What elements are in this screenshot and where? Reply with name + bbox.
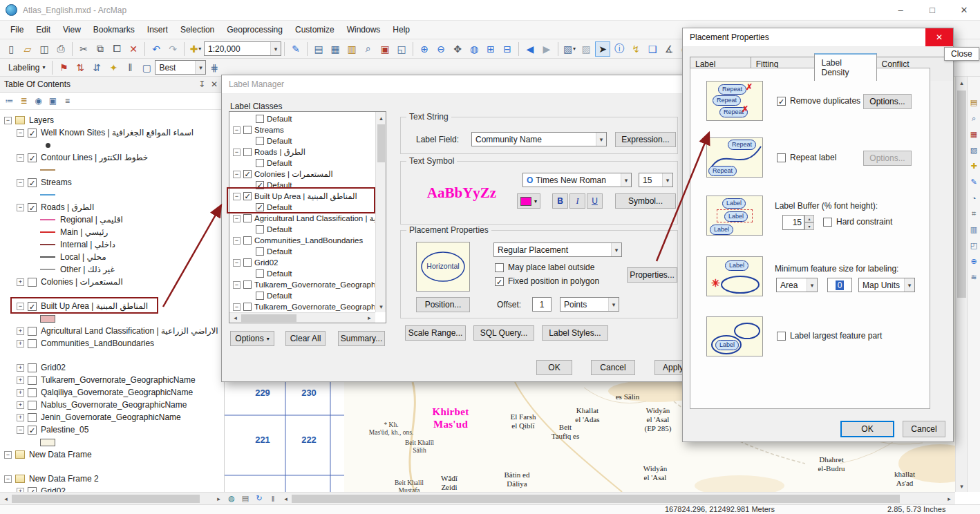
label-class-item[interactable]: Default [230,158,375,169]
layer-visibility-checkbox[interactable] [28,413,37,422]
label-class-item[interactable]: Default [230,135,375,146]
back-extent-icon[interactable]: ◀ [522,41,538,57]
collapse-icon[interactable]: − [17,204,24,211]
label-class-item[interactable]: −Agricultural Land Classification | الار… [230,213,375,224]
label-class-item[interactable]: Default [230,268,375,279]
largest-part-option[interactable]: Label largest feature part [777,331,882,341]
label-class-item[interactable]: −Communities_LandBoundaries [230,235,375,246]
menu-edit[interactable]: Edit [30,21,57,39]
collapse-icon[interactable]: − [17,129,24,137]
label-class-checkbox[interactable]: ✓ [243,170,252,178]
lock-labels-icon[interactable]: ✦ [106,60,121,75]
expand-icon[interactable]: + [17,414,24,421]
tab-label-density[interactable]: Label Density [814,53,876,81]
scale-range-button[interactable]: Scale Range... [405,325,466,341]
fixed-zoom-in-icon[interactable]: ⊞ [483,41,498,57]
list-by-visibility-icon[interactable]: ◉ [32,95,45,108]
repeat-label-option[interactable]: Repeat label [777,153,836,162]
layer-visibility-checkbox[interactable]: ✓ [28,426,37,435]
delete-icon[interactable]: ✕ [126,41,141,57]
properties-button[interactable]: Properties... [627,267,677,283]
layer-visibility-checkbox[interactable]: ✓ [28,153,37,162]
scroll-thumb[interactable] [957,91,966,298]
label-class-checkbox[interactable] [256,292,264,300]
toc-dataframe-item[interactable]: −New Data Frame 2 [0,473,224,485]
label-class-checkbox[interactable] [243,126,252,134]
pin-icon[interactable]: ↧ [196,79,207,89]
repeat-options-button[interactable]: Options... [863,151,912,166]
forward-extent-icon[interactable]: ▶ [539,41,554,57]
key-numbering-icon[interactable]: ⋕ [207,60,222,75]
ok-button[interactable]: OK [536,360,572,375]
hard-constraint-option[interactable]: Hard constraint [823,217,892,227]
fixed-position-checkbox[interactable]: ✓ [495,277,504,286]
label-class-item[interactable]: ✓Default [230,180,375,191]
menu-insert[interactable]: Insert [141,21,174,39]
cut-icon[interactable]: ✂ [76,41,91,57]
label-class-checkbox[interactable]: ✓ [256,203,264,211]
chevron-down-icon[interactable]: ▾ [195,61,205,74]
tree-vertical-scrollbar[interactable]: ▴ ▾ [375,112,386,312]
create-features-icon[interactable]: ✚ [968,160,980,172]
editor-icon[interactable]: ✎ [968,176,980,188]
label-class-checkbox[interactable] [243,214,252,222]
cancel-button[interactable]: Cancel [591,360,635,375]
collapse-icon[interactable]: − [233,149,241,156]
scroll-thumb[interactable] [377,124,385,162]
collapse-icon[interactable]: − [233,193,241,200]
toc-layer-item[interactable]: +Agricultural Land Classification | الار… [0,325,224,337]
summary-button[interactable]: Summary... [338,331,385,346]
toc-layer-item[interactable]: Other | غير ذلك [0,263,224,276]
snapping-icon[interactable]: ⌗ [968,208,980,220]
menu-windows[interactable]: Windows [341,21,387,39]
label-weight-ranking-icon[interactable]: ⇵ [89,60,104,75]
redo-icon[interactable]: ↷ [165,41,180,57]
label-class-item[interactable]: Default [230,246,375,257]
toc-layer-item[interactable]: −✓Streams [0,176,224,189]
label-class-checkbox[interactable] [256,115,264,123]
min-size-type-combo[interactable]: Area ▾ [776,278,818,292]
save-icon[interactable]: ◫ [37,41,52,57]
label-class-checkbox[interactable] [243,280,252,289]
layer-visibility-checkbox[interactable] [28,278,37,287]
placement-type-combo[interactable]: Regular Placement ▾ [493,242,622,257]
layer-visibility-checkbox[interactable] [28,363,37,372]
zoom-out-icon[interactable]: ⊖ [433,41,449,57]
catalog-window-icon[interactable]: ▥ [344,41,359,57]
add-data-icon[interactable]: ✚▾ [188,41,203,57]
scroll-down-icon[interactable]: ▾ [956,480,968,492]
toolbox-window-icon[interactable]: ▦ [968,128,980,140]
font-size-combo[interactable]: 15 ▾ [639,173,673,187]
menu-selection[interactable]: Selection [174,21,220,39]
toc-layer-item[interactable]: +Tulkarem_Governorate_GeographicName [0,374,224,386]
toc-layer-item[interactable]: +Grid02 [0,361,224,374]
toc-layer-item[interactable]: +Communities_LandBoundaries [0,337,224,350]
label-class-checkbox[interactable] [256,225,264,234]
fixed-position-option[interactable]: ✓ Fixed position in polygon [495,276,599,286]
collapse-icon[interactable]: − [17,303,24,310]
min-size-units-combo[interactable]: Map Units ▾ [858,278,915,292]
toc-options-icon[interactable]: ≡ [61,95,74,108]
sql-query-button[interactable]: SQL Query... [473,325,534,341]
image-analysis-icon[interactable]: ▧ [968,144,980,156]
toc-layer-item[interactable]: −✓Well Known Sites | اسماء المواقع الجغر… [0,126,224,139]
bold-button[interactable]: B [552,193,568,209]
expand-icon[interactable]: + [17,389,24,397]
min-size-value-input[interactable]: 0 [827,278,852,292]
overview-window-icon[interactable]: ◰ [968,240,980,251]
label-priority-ranking-icon[interactable]: ⇅ [73,60,88,75]
table-of-contents-icon[interactable]: ▤ [311,41,326,57]
label-class-item[interactable]: ✓Default [230,202,375,213]
fixed-zoom-out-icon[interactable]: ⊟ [500,41,515,57]
collapse-icon[interactable]: − [17,154,24,162]
label-class-checkbox[interactable] [256,247,264,256]
toc-layer-item[interactable]: Regional | اقليمي [0,213,224,226]
maximize-button[interactable]: □ [916,0,948,20]
toc-layer-item[interactable]: Internal | داخلي [0,238,224,251]
menu-view[interactable]: View [57,21,87,39]
identify-icon[interactable]: ⓘ [612,41,627,57]
animation-icon[interactable]: ≋ [968,272,980,283]
magnifier-window-icon[interactable]: ⊕ [968,256,980,267]
collapse-icon[interactable]: − [233,281,241,289]
label-class-checkbox[interactable] [256,269,264,278]
